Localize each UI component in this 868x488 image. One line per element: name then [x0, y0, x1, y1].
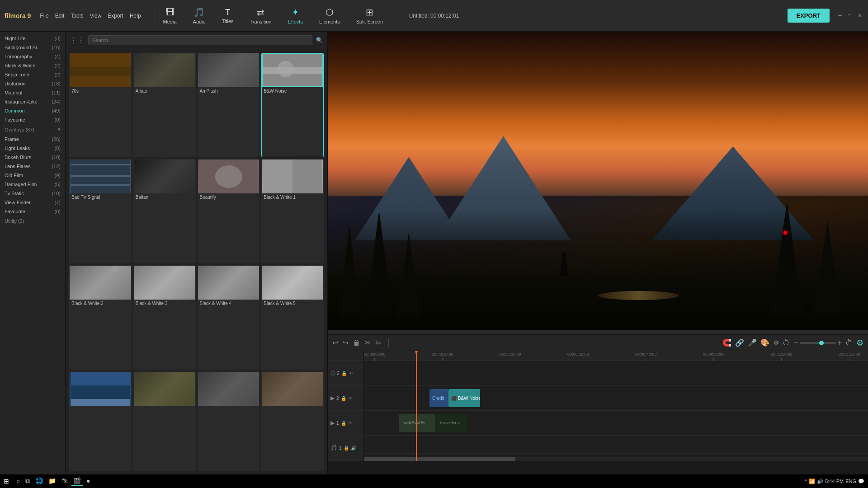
minimize-button[interactable]: ─ — [836, 12, 844, 19]
effect-amplash[interactable]: AmPlash — [198, 53, 260, 157]
track-3-vis-icon[interactable]: 👁 — [349, 371, 353, 376]
sidebar-overlay-favourite[interactable]: Favourite (0) — [0, 207, 65, 216]
sidebar-common[interactable]: Common (49) — [0, 106, 65, 115]
track-1-lock-icon[interactable]: 🔒 — [341, 421, 346, 426]
maximize-button[interactable]: □ — [846, 12, 854, 19]
toolbar-split-screen[interactable]: ⊞ Split Screen — [353, 5, 387, 26]
freeze-frame-button[interactable]: ❄ — [773, 338, 779, 347]
clip-video2[interactable]: the-elder-s... — [436, 414, 467, 432]
color-match-button[interactable]: 🎨 — [760, 338, 769, 347]
taskbar-chevron-icon[interactable]: ^ — [805, 479, 807, 484]
split-button[interactable]: ⊨ — [375, 338, 382, 347]
fit-to-window-button[interactable]: ⏱ — [845, 339, 853, 347]
effect-aibao[interactable]: Aibao — [133, 53, 196, 157]
taskbar-edge-icon[interactable]: 🌐 — [33, 476, 45, 486]
sidebar-material[interactable]: Material (11) — [0, 88, 65, 97]
effect-row4b[interactable] — [133, 371, 196, 471]
toolbar-elements[interactable]: ⬡ Elements — [316, 5, 344, 26]
undo-button[interactable]: ↩ — [332, 338, 338, 347]
effect-bw4[interactable]: Black & White 4 — [198, 265, 260, 370]
zoom-handle[interactable] — [819, 341, 824, 345]
taskbar-start-button[interactable]: ⊞ — [4, 478, 9, 485]
sidebar-utility-header[interactable]: Utility (9) — [0, 216, 65, 226]
sidebar-instagram-like[interactable]: Instagram-Like (24) — [0, 97, 65, 106]
taskbar-task-view-icon[interactable]: ⧉ — [24, 476, 32, 486]
toolbar-audio[interactable]: 🎵 Audio — [189, 5, 209, 26]
sidebar-old-film[interactable]: Old Film (9) — [0, 171, 65, 180]
toolbar-media[interactable]: 🎞 Media — [160, 5, 180, 26]
zoom-out-icon[interactable]: − — [793, 339, 797, 347]
sidebar-view-finder[interactable]: View Finder (7) — [0, 198, 65, 207]
close-button[interactable]: ✕ — [856, 12, 863, 19]
clip-video1[interactable]: 1eeb75307b... — [399, 414, 435, 432]
sidebar-light-leaks[interactable]: Light Leaks (8) — [0, 144, 65, 153]
taskbar-filmora-icon[interactable]: 🎬 — [71, 476, 83, 486]
redo-button[interactable]: ↪ — [343, 338, 349, 347]
clip-credit[interactable]: Credit — [429, 389, 448, 407]
track-2-lock-icon[interactable]: 🔒 — [341, 396, 346, 401]
effect-row4a[interactable] — [69, 371, 132, 471]
effect-bwnoise[interactable]: B&W Noise — [261, 53, 324, 157]
toolbar-transition[interactable]: ⇄ Transition — [246, 5, 275, 26]
sidebar-night-life[interactable]: Night Life (3) — [0, 34, 65, 43]
sidebar-overlays-header[interactable]: Overlays (87) ▾ — [0, 124, 65, 135]
sidebar-tv-static[interactable]: Tv Static (10) — [0, 189, 65, 198]
taskbar-network-icon[interactable]: 📶 — [809, 479, 815, 484]
timeline-scrollbar[interactable] — [364, 457, 868, 461]
taskbar-chrome-icon[interactable]: ● — [85, 476, 92, 486]
menu-export[interactable]: Export — [108, 13, 123, 19]
track-1-vis-icon[interactable]: 👁 — [348, 421, 353, 426]
menu-help[interactable]: Help — [130, 13, 141, 19]
effect-bw2[interactable]: Black & White 2 — [69, 265, 132, 370]
timeline-scrollbar-thumb[interactable] — [364, 457, 515, 461]
effect-badtv[interactable]: Bad TV Signal — [69, 159, 132, 263]
track-3-lock-icon[interactable]: 🔒 — [341, 371, 347, 376]
taskbar-store-icon[interactable]: 🛍 — [60, 476, 70, 486]
effect-bw1[interactable]: Black & White 1 — [261, 159, 324, 263]
sidebar-lomography[interactable]: Lomography (4) — [0, 52, 65, 61]
delete-button[interactable]: 🗑 — [353, 339, 360, 347]
sidebar-lens-flares[interactable]: Lens Flares (12) — [0, 162, 65, 171]
menu-file[interactable]: File — [40, 13, 48, 19]
cut-button[interactable]: ✂ — [365, 338, 371, 347]
audio-detach-button[interactable]: 🎤 — [748, 338, 757, 347]
zoom-track[interactable] — [800, 342, 836, 344]
toolbar-titles[interactable]: T Titles — [218, 6, 237, 26]
sidebar-background-bl[interactable]: Background Bl... (16) — [0, 43, 65, 52]
effect-baltan[interactable]: Baltan — [133, 159, 196, 263]
timeline-settings-button[interactable]: ⚙ — [856, 338, 863, 348]
taskbar-file-explorer-icon[interactable]: 📁 — [47, 476, 58, 486]
sidebar-distortion[interactable]: Distortion (18) — [0, 79, 65, 88]
sidebar-damaged-film[interactable]: Damaged Film (5) — [0, 180, 65, 189]
link-button[interactable]: 🔗 — [735, 338, 744, 347]
grid-toggle-icon[interactable]: ⋮⋮ — [70, 36, 85, 45]
track-audio-lock-icon[interactable]: 🔒 — [344, 446, 349, 450]
speed-button[interactable]: ⏱ — [783, 339, 790, 347]
taskbar-search-icon[interactable]: ⌕ — [14, 476, 22, 486]
effect-70s[interactable]: 70s — [69, 53, 132, 157]
sidebar-black-white[interactable]: Black & White (2) — [0, 61, 65, 70]
menu-edit[interactable]: Edit — [55, 13, 65, 19]
effect-beautify[interactable]: Beautify — [198, 159, 260, 263]
menu-view[interactable]: View — [90, 13, 101, 19]
effects-search-input[interactable] — [88, 35, 312, 45]
sidebar-sepia-tone[interactable]: Sepia Tone (2) — [0, 70, 65, 79]
toolbar-effects[interactable]: ✦ Effects — [284, 5, 306, 26]
zoom-in-icon[interactable]: + — [838, 339, 842, 347]
track-2-vis-icon[interactable]: 👁 — [348, 396, 353, 401]
snap-button[interactable]: 🧲 — [722, 338, 731, 347]
menu-tools[interactable]: Tools — [71, 13, 83, 19]
effect-row4d[interactable] — [261, 371, 324, 471]
export-button[interactable]: EXPORT — [788, 9, 830, 23]
effect-bw3[interactable]: Black & White 3 — [133, 265, 196, 370]
track-audio-vol-icon[interactable]: 🔊 — [351, 446, 356, 450]
taskbar-notification-icon[interactable]: 💬 — [858, 479, 864, 484]
sidebar-bokeh-blurs[interactable]: Bokeh Blurs (10) — [0, 153, 65, 162]
effect-bw5[interactable]: Black & White 5 — [261, 265, 324, 370]
effect-row4c[interactable] — [198, 371, 260, 471]
clip-bwnoise[interactable]: ⬛ B&W Noise — [448, 389, 480, 407]
sidebar-frame[interactable]: Frame (26) — [0, 135, 65, 144]
taskbar-volume-icon[interactable]: 🔊 — [817, 479, 823, 484]
search-icon[interactable]: 🔍 — [316, 37, 323, 43]
sidebar-favourite[interactable]: Favourite (0) — [0, 115, 65, 124]
